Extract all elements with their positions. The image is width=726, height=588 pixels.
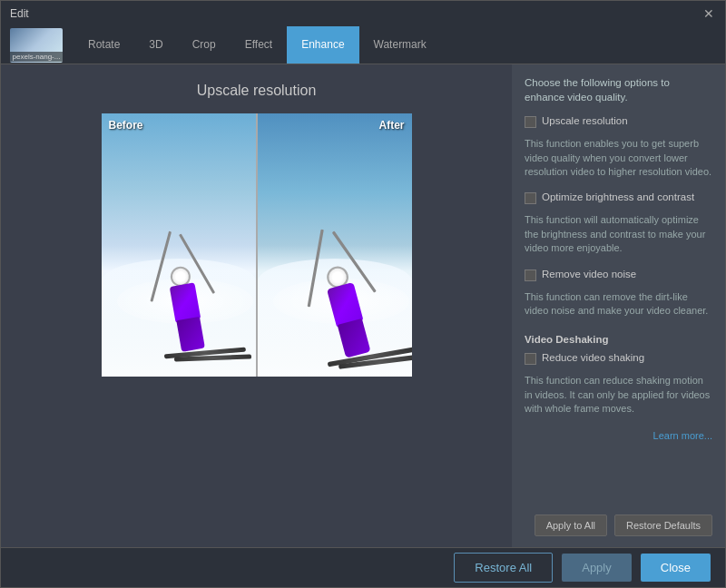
close-icon[interactable]: ✕	[701, 6, 716, 21]
panel-buttons: Apply to All Restore Defaults	[525, 507, 712, 536]
restore-defaults-button[interactable]: Restore Defaults	[614, 514, 712, 536]
title-bar: Edit ✕	[1, 1, 725, 26]
tab-3d[interactable]: 3D	[134, 26, 177, 64]
before-label: Before	[109, 119, 143, 132]
noise-checkbox[interactable]	[525, 270, 536, 281]
upscale-label: Upscale resolution	[542, 115, 628, 126]
learn-more-link[interactable]: Learn more...	[525, 430, 712, 441]
noise-description: This function can remove the dirt-like v…	[525, 290, 712, 318]
noise-label: Remove video noise	[542, 269, 636, 279]
skier-after	[303, 176, 367, 285]
upscale-option-row: Upscale resolution	[525, 115, 712, 128]
tab-watermark[interactable]: Watermark	[359, 26, 441, 64]
tab-effect[interactable]: Effect	[231, 26, 287, 64]
tab-crop[interactable]: Crop	[178, 26, 231, 64]
title-bar-left: Edit	[10, 7, 29, 20]
deshaking-section-label: Video Deshaking	[525, 334, 712, 345]
tab-bar: pexels-nang-... Rotate 3D Crop Effect En…	[1, 26, 725, 64]
after-label: After	[378, 119, 404, 132]
panel-intro: Choose the following options to enhance …	[525, 75, 712, 104]
skier-legs-before	[176, 316, 205, 351]
upscale-description: This function enables you to get superb …	[525, 137, 712, 179]
thumbnail-label: pexels-nang-...	[10, 52, 63, 62]
edit-window: Edit ✕ pexels-nang-... Rotate 3D Crop Ef…	[0, 0, 726, 588]
restore-all-button[interactable]: Restore All	[454, 553, 553, 583]
brightness-checkbox[interactable]	[525, 192, 536, 204]
before-panel: Before	[102, 113, 256, 377]
deshaking-description: This function can reduce shaking motion …	[525, 374, 712, 416]
bottom-bar: Restore All Apply Close	[1, 547, 725, 587]
deshaking-checkbox[interactable]	[525, 353, 536, 365]
brightness-label: Optimize brightness and contrast	[542, 191, 694, 202]
brightness-description: This function will automatically optimiz…	[525, 213, 712, 255]
deshaking-option-row: Reduce video shaking	[525, 352, 712, 365]
after-panel: After	[258, 113, 412, 377]
close-button[interactable]: Close	[641, 554, 711, 582]
tab-rotate[interactable]: Rotate	[74, 26, 134, 64]
pole-right-before	[179, 233, 215, 293]
tab-enhance[interactable]: Enhance	[287, 26, 358, 64]
enhance-options-panel: Choose the following options to enhance …	[512, 64, 725, 547]
skier-before	[147, 176, 211, 285]
upscale-checkbox[interactable]	[525, 116, 536, 128]
noise-option-row: Remove video noise	[525, 269, 712, 281]
before-image	[102, 113, 256, 377]
apply-button[interactable]: Apply	[562, 554, 632, 582]
content-area: Upscale resolution Before	[1, 64, 725, 547]
brightness-option-row: Optimize brightness and contrast	[525, 191, 712, 204]
video-thumbnail: pexels-nang-...	[10, 28, 63, 63]
deshaking-label: Reduce video shaking	[542, 352, 644, 363]
main-title: Upscale resolution	[197, 83, 317, 99]
apply-to-all-button[interactable]: Apply to All	[535, 514, 607, 536]
comparison-view: Before	[102, 113, 412, 377]
after-image	[258, 113, 412, 377]
window-title: Edit	[10, 7, 29, 20]
main-panel: Upscale resolution Before	[1, 64, 512, 547]
